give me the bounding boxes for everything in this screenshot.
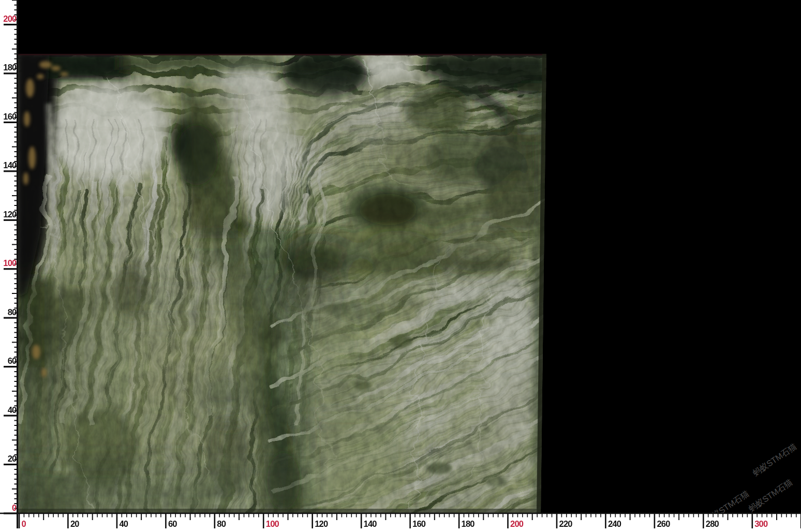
svg-text:120: 120 bbox=[315, 519, 328, 528]
svg-text:100: 100 bbox=[3, 258, 17, 268]
svg-text:120: 120 bbox=[3, 210, 17, 219]
svg-text:200: 200 bbox=[3, 14, 17, 23]
svg-text:40: 40 bbox=[119, 519, 128, 528]
svg-text:60: 60 bbox=[8, 356, 17, 365]
svg-text:240: 240 bbox=[608, 519, 621, 528]
svg-text:0: 0 bbox=[22, 519, 26, 528]
svg-text:60: 60 bbox=[168, 519, 177, 528]
svg-text:20: 20 bbox=[70, 519, 79, 528]
svg-text:300: 300 bbox=[754, 519, 768, 528]
svg-text:180: 180 bbox=[3, 63, 17, 72]
svg-text:140: 140 bbox=[364, 519, 377, 528]
svg-text:80: 80 bbox=[217, 519, 226, 528]
svg-text:140: 140 bbox=[3, 160, 17, 170]
svg-text:20: 20 bbox=[8, 454, 17, 463]
svg-text:200: 200 bbox=[510, 519, 524, 528]
svg-text:220: 220 bbox=[559, 519, 573, 528]
svg-text:160: 160 bbox=[3, 112, 17, 121]
svg-text:260: 260 bbox=[657, 519, 670, 528]
svg-text:100: 100 bbox=[266, 519, 279, 528]
svg-text:0: 0 bbox=[12, 503, 17, 512]
svg-text:180: 180 bbox=[462, 519, 475, 528]
svg-text:40: 40 bbox=[8, 405, 17, 415]
svg-text:280: 280 bbox=[706, 519, 719, 528]
svg-text:160: 160 bbox=[412, 519, 426, 528]
svg-text:80: 80 bbox=[8, 307, 17, 317]
